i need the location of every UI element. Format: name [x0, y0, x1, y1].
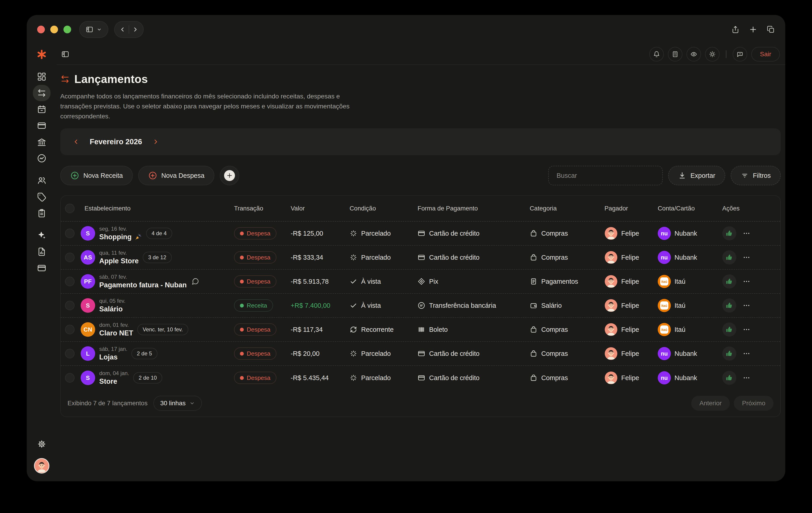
more-actions-button[interactable]	[743, 302, 750, 309]
feedback-button[interactable]	[733, 47, 747, 61]
sidebar-item-transfers[interactable]	[33, 85, 51, 101]
category-label: Compras	[541, 230, 568, 237]
condition-label: Parcelado	[361, 230, 391, 237]
quick-add-button[interactable]	[220, 166, 239, 185]
type-dot	[240, 280, 244, 284]
share-button[interactable]	[731, 25, 740, 33]
previous-page-button[interactable]: Anterior	[691, 396, 730, 411]
person-avatar-icon	[35, 459, 49, 473]
sidebar-item-settings[interactable]	[33, 436, 51, 452]
gear-icon	[37, 439, 47, 449]
window-titlebar	[27, 15, 785, 44]
sidebar-toggle-button[interactable]	[79, 21, 108, 38]
close-window-button[interactable]	[37, 26, 45, 33]
next-month-button[interactable]	[152, 138, 159, 145]
sidebar-item-dashboard[interactable]	[33, 69, 51, 85]
row-checkbox[interactable]	[65, 349, 75, 358]
more-actions-button[interactable]	[743, 277, 750, 285]
table-row[interactable]: S dom, 04 jan. Store 2 de 10 Despesa -R$…	[61, 366, 780, 390]
new-tab-button[interactable]	[749, 25, 757, 33]
sidebar-item-credit-card[interactable]	[33, 117, 51, 134]
more-actions-button[interactable]	[743, 326, 750, 333]
table-row[interactable]: CN dom, 01 fev. Claro NET Venc. ter, 10 …	[61, 318, 780, 342]
approve-button[interactable]	[722, 298, 736, 313]
rows-per-page-select[interactable]: 30 linhas	[153, 396, 202, 411]
type-label: Despesa	[247, 374, 270, 381]
sidebar-item-users[interactable]	[33, 172, 51, 189]
table-row[interactable]: PF sáb, 07 fev. Pagamento fatura - Nuban…	[61, 270, 780, 294]
sidebar-item-tag[interactable]	[33, 189, 51, 205]
establishment-avatar: PF	[81, 274, 95, 289]
sidebar-item-activity[interactable]	[33, 150, 51, 166]
plus-icon	[224, 170, 235, 181]
sidebar-item-calendar[interactable]	[33, 101, 51, 117]
comment-icon[interactable]	[192, 277, 199, 285]
month-label: Fevereiro 2026	[90, 137, 142, 146]
approve-button[interactable]	[722, 323, 736, 336]
more-actions-button[interactable]	[743, 230, 750, 237]
zoom-window-button[interactable]	[63, 26, 71, 33]
new-expense-button[interactable]: Nova Despesa	[138, 166, 214, 185]
filters-button[interactable]: Filtros	[731, 166, 781, 185]
table-row[interactable]: L sáb, 17 jan. Lojas 2 de 5 Despesa -R$ …	[61, 342, 780, 366]
condition-label: Parcelado	[361, 350, 391, 357]
collapse-sidebar-button[interactable]	[61, 50, 69, 58]
eye-button[interactable]	[687, 47, 701, 61]
approve-button[interactable]	[722, 347, 736, 360]
minimize-window-button[interactable]	[50, 26, 58, 33]
logout-button[interactable]: Sair	[751, 47, 780, 61]
payer-avatar	[605, 275, 618, 288]
new-income-button[interactable]: Nova Receita	[60, 166, 133, 185]
sidebar-item-bank[interactable]	[33, 134, 51, 150]
payer-name: Felipe	[621, 230, 639, 237]
row-checkbox[interactable]	[65, 301, 75, 310]
chevron-down-icon	[189, 400, 195, 406]
row-checkbox[interactable]	[65, 253, 75, 262]
calculator-button[interactable]	[668, 47, 683, 61]
activity-icon	[37, 154, 47, 163]
payer-avatar	[605, 299, 618, 312]
row-checkbox[interactable]	[65, 228, 75, 238]
row-checkbox[interactable]	[65, 277, 75, 286]
export-button[interactable]: Exportar	[668, 166, 725, 185]
sidebar-item-clipboard[interactable]	[33, 205, 51, 221]
column-header: Ações	[722, 205, 780, 212]
account-name: Itaú	[674, 302, 685, 309]
user-avatar[interactable]	[34, 458, 49, 474]
row-checkbox[interactable]	[65, 373, 75, 383]
forward-button[interactable]	[132, 26, 139, 33]
table-row[interactable]: S seg, 16 fev. Shopping 4 de 4 Despesa -…	[61, 222, 780, 246]
type-dot	[240, 232, 244, 236]
previous-month-button[interactable]	[72, 138, 80, 145]
payment-method-icon	[417, 302, 425, 309]
account-name: Nubank	[674, 230, 697, 237]
table-row[interactable]: AS qua, 11 fev. Apple Store 3 de 12 Desp…	[61, 246, 780, 270]
more-actions-button[interactable]	[743, 350, 750, 357]
type-label: Despesa	[247, 230, 270, 237]
more-actions-button[interactable]	[743, 253, 750, 261]
app-logo[interactable]	[36, 44, 47, 65]
filter-icon	[741, 171, 749, 180]
table-footer: Exibindo 7 de 7 lançamentos 30 linhas An…	[61, 390, 780, 416]
table-row[interactable]: S qui, 05 fev. Salário Receita +R$ 7.400…	[61, 294, 780, 318]
sidebar-item-file-chart[interactable]	[33, 244, 51, 260]
approve-button[interactable]	[722, 226, 736, 240]
row-checkbox[interactable]	[65, 325, 75, 334]
approve-button[interactable]	[722, 274, 736, 289]
bell-button[interactable]	[649, 47, 664, 61]
sun-button[interactable]	[705, 47, 720, 61]
transaction-value: -R$ 125,00	[291, 230, 323, 237]
page-title: Lançamentos	[74, 73, 148, 86]
back-button[interactable]	[119, 26, 126, 33]
approve-button[interactable]	[722, 250, 736, 265]
next-page-button[interactable]: Próximo	[734, 396, 774, 411]
sidebar-item-credit-card[interactable]	[33, 260, 51, 276]
tab-overview-button[interactable]	[767, 25, 775, 33]
select-all-checkbox[interactable]	[65, 204, 75, 213]
approve-button[interactable]	[722, 371, 736, 385]
more-actions-button[interactable]	[743, 374, 750, 382]
avatar-initials: AS	[84, 254, 92, 261]
search-input[interactable]	[548, 166, 663, 185]
sidebar-item-sparkles[interactable]	[33, 227, 51, 244]
new-income-label: Nova Receita	[83, 172, 123, 180]
